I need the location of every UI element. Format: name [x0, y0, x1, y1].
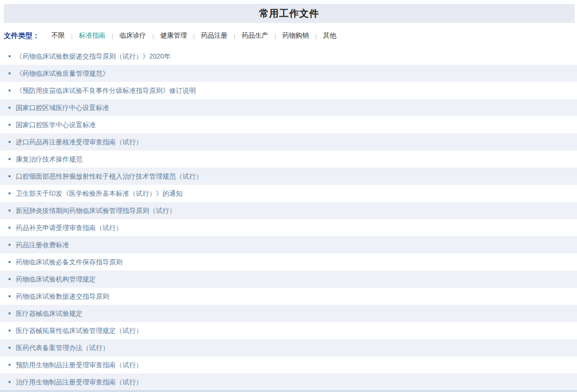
list-item[interactable]: 药品补充申请受理审查指南（试行）: [0, 219, 577, 236]
page: 常用工作文件 文件类型： 不限|标准指南|临床诊疗|健康管理|药品注册|药品生产…: [0, 4, 577, 391]
document-title: 医疗器械临床试验规定: [16, 310, 82, 317]
filter-label: 文件类型：: [4, 31, 40, 40]
filter-option-3[interactable]: 健康管理: [154, 31, 193, 40]
list-item[interactable]: 医疗器械临床试验规定: [0, 305, 577, 322]
document-title: 药品注册收费标准: [16, 241, 69, 249]
document-title: 《药物临床试验质量管理规范》: [16, 70, 109, 77]
list-item[interactable]: 治疗用生物制品注册受理审查指南（试行）: [0, 373, 577, 391]
file-type-filter-bar: 文件类型： 不限|标准指南|临床诊疗|健康管理|药品注册|药品生产|药物购销|其…: [4, 30, 577, 42]
list-item[interactable]: 康复治疗技术操作规范: [0, 151, 577, 168]
bullet-icon: [9, 227, 10, 229]
bullet-icon: [9, 90, 10, 91]
bullet-icon: [9, 295, 10, 297]
document-title: 康复治疗技术操作规范: [16, 155, 82, 163]
list-item[interactable]: 国家口腔医学中心设置标准: [0, 116, 577, 133]
bullet-icon: [9, 55, 10, 57]
page-header: 常用工作文件: [4, 4, 575, 23]
filter-option-5[interactable]: 药品生产: [235, 31, 274, 40]
list-item[interactable]: 药物临床试验数据递交指导原则: [0, 288, 577, 305]
list-item[interactable]: 国家口腔区域医疗中心设置标准: [0, 99, 577, 116]
filter-option-2[interactable]: 临床诊疗: [113, 31, 152, 40]
filter-option-7[interactable]: 其他: [317, 31, 343, 40]
bullet-icon: [9, 347, 10, 349]
list-item[interactable]: 医药代表备案管理办法（试行）: [0, 339, 577, 356]
filter-option-6[interactable]: 药物购销: [276, 31, 315, 40]
document-title: 国家口腔区域医疗中心设置标准: [16, 104, 109, 111]
document-title: 《预防用疫苗临床试验不良事件分级标准指导原则》修订说明: [16, 87, 196, 94]
document-title: 治疗用生物制品注册受理审查指南（试行）: [16, 378, 142, 386]
bullet-icon: [9, 312, 10, 314]
document-title: 药物临床试验机构管理规定: [16, 275, 96, 283]
list-item[interactable]: 药物临床试验必备文件保存指导原则: [0, 253, 577, 271]
filter-option-4[interactable]: 药品注册: [195, 31, 234, 40]
list-item[interactable]: 进口药品再注册核准受理审查指南（试行）: [0, 133, 577, 151]
bullet-icon: [9, 364, 10, 366]
bullet-icon: [9, 261, 10, 263]
document-title: 《药物临床试验数据递交指导原则（试行）》2020年: [16, 52, 171, 60]
page-title: 常用工作文件: [4, 4, 575, 23]
document-title: 医药代表备案管理办法（试行）: [16, 344, 109, 352]
document-title: 卫生部关于印发《医学检验所基本标准（试行）》的通知: [16, 190, 182, 197]
list-item[interactable]: 《药物临床试验质量管理规范》: [0, 65, 577, 82]
document-title: 药物临床试验数据递交指导原则: [16, 292, 109, 300]
document-title: 预防用生物制品注册受理审查指南（试行）: [16, 361, 142, 369]
bullet-icon: [9, 141, 10, 143]
bullet-icon: [9, 192, 10, 194]
document-title: 口腔颌面部恶性肿瘤放射性粒子植入治疗技术管理规范（试行）: [16, 172, 202, 180]
filter-option-1[interactable]: 标准指南: [72, 31, 111, 40]
list-item[interactable]: 《药物临床试验数据递交指导原则（试行）》2020年: [0, 48, 577, 65]
list-item[interactable]: 预防用生物制品注册受理审查指南（试行）: [0, 356, 577, 373]
list-item[interactable]: 药品注册收费标准: [0, 236, 577, 253]
document-title: 新冠肺炎疫情期间药物临床试验管理指导原则（试行）: [16, 207, 176, 214]
bullet-icon: [9, 124, 10, 126]
document-title: 药品补充申请受理审查指南（试行）: [16, 224, 122, 231]
bullet-icon: [9, 278, 10, 280]
document-title: 医疗器械拓展性临床试验管理规定（试行）: [16, 327, 142, 334]
filter-options: 不限|标准指南|临床诊疗|健康管理|药品注册|药品生产|药物购销|其他: [45, 31, 343, 40]
bullet-icon: [9, 175, 10, 177]
bullet-icon: [9, 72, 10, 74]
bullet-icon: [9, 381, 10, 383]
list-item[interactable]: 医疗器械拓展性临床试验管理规定（试行）: [0, 322, 577, 339]
list-item[interactable]: 口腔颌面部恶性肿瘤放射性粒子植入治疗技术管理规范（试行）: [0, 168, 577, 185]
document-title: 国家口腔医学中心设置标准: [16, 121, 96, 129]
list-item[interactable]: 新冠肺炎疫情期间药物临床试验管理指导原则（试行）: [0, 202, 577, 219]
bullet-icon: [9, 244, 10, 246]
document-title: 药物临床试验必备文件保存指导原则: [16, 258, 122, 266]
filter-option-0[interactable]: 不限: [45, 31, 71, 40]
list-item[interactable]: 药物临床试验机构管理规定: [0, 271, 577, 288]
bullet-icon: [9, 158, 10, 160]
list-item[interactable]: 卫生部关于印发《医学检验所基本标准（试行）》的通知: [0, 185, 577, 202]
bullet-icon: [9, 210, 10, 211]
document-title: 进口药品再注册核准受理审查指南（试行）: [16, 138, 142, 146]
list-item[interactable]: 《预防用疫苗临床试验不良事件分级标准指导原则》修订说明: [0, 82, 577, 99]
document-list: 《药物临床试验数据递交指导原则（试行）》2020年《药物临床试验质量管理规范》《…: [0, 48, 577, 391]
bullet-icon: [9, 330, 10, 332]
bullet-icon: [9, 107, 10, 109]
